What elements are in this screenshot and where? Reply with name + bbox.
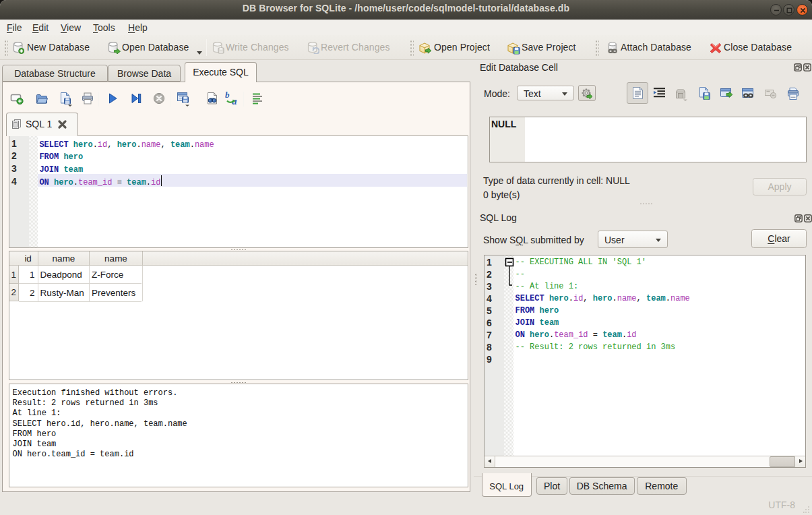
svg-text:a: a bbox=[232, 96, 237, 105]
svg-text:b: b bbox=[225, 91, 230, 100]
